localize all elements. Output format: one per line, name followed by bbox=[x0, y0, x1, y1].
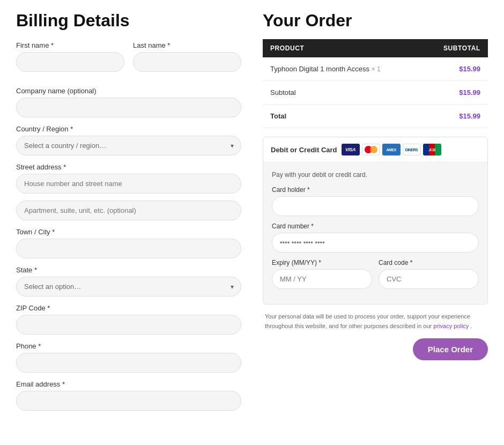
street-label: Street address * bbox=[16, 163, 241, 171]
privacy-text: Your personal data will be used to proce… bbox=[263, 312, 488, 331]
street-input[interactable] bbox=[16, 174, 241, 194]
order-title: Your Order bbox=[263, 11, 488, 31]
zip-group: ZIP Code * bbox=[16, 304, 241, 335]
phone-label: Phone * bbox=[16, 342, 241, 350]
cardnumber-input[interactable] bbox=[272, 233, 479, 253]
email-label: Email address * bbox=[16, 380, 241, 388]
expiry-group: Expiry (MM/YY) * bbox=[272, 259, 372, 289]
apt-input[interactable] bbox=[16, 201, 241, 220]
diners-icon: DINERS bbox=[403, 144, 421, 155]
last-name-label: Last name * bbox=[133, 41, 241, 49]
subtotal-row: Subtotal $15.99 bbox=[263, 81, 488, 105]
pay-note: Pay with your debit or credit card. bbox=[272, 171, 479, 179]
phone-group: Phone * bbox=[16, 342, 241, 373]
cvc-label: Card code * bbox=[379, 259, 479, 266]
col-subtotal: SUBTOTAL bbox=[422, 39, 488, 57]
zip-input[interactable] bbox=[16, 315, 241, 335]
jcb-icon: JCB bbox=[423, 144, 441, 155]
order-section: Your Order PRODUCT SUBTOTAL Typhoon Digi… bbox=[263, 11, 488, 418]
product-qty: × 1 bbox=[372, 65, 381, 73]
privacy-policy-link[interactable]: privacy policy bbox=[433, 323, 469, 329]
state-group: State * Select an option… bbox=[16, 266, 241, 296]
place-order-button[interactable]: Place Order bbox=[413, 338, 488, 360]
cardholder-group: Card holder * bbox=[272, 186, 479, 216]
subtotal-value: $15.99 bbox=[422, 81, 488, 105]
mastercard-icon bbox=[362, 144, 380, 155]
city-group: Town / City * bbox=[16, 228, 241, 258]
last-name-input[interactable] bbox=[133, 52, 241, 72]
visa-icon: VISA bbox=[342, 144, 360, 155]
state-select[interactable]: Select an option… bbox=[16, 277, 241, 296]
email-input[interactable] bbox=[16, 391, 241, 411]
city-input[interactable] bbox=[16, 239, 241, 258]
cvc-group: Card code * bbox=[379, 259, 479, 289]
order-table-header: PRODUCT SUBTOTAL bbox=[263, 39, 488, 57]
product-price: $15.99 bbox=[422, 57, 488, 81]
table-row: Typhoon Digital 1 month Access × 1 $15.9… bbox=[263, 57, 488, 81]
company-input[interactable] bbox=[16, 98, 241, 117]
payment-card: Debit or Credit Card VISA AMEX DINERS JC… bbox=[263, 137, 488, 305]
expiry-input[interactable] bbox=[272, 269, 372, 289]
billing-section: Billing Details First name * Last name *… bbox=[16, 11, 241, 418]
company-label: Company name (optional) bbox=[16, 87, 241, 95]
total-value: $15.99 bbox=[422, 105, 488, 128]
card-icons: VISA AMEX DINERS JCB bbox=[342, 144, 441, 155]
total-label: Total bbox=[263, 105, 422, 128]
cardnumber-label: Card number * bbox=[272, 222, 479, 230]
payment-header: Debit or Credit Card VISA AMEX DINERS JC… bbox=[263, 137, 487, 162]
subtotal-label: Subtotal bbox=[263, 81, 422, 105]
company-group: Company name (optional) bbox=[16, 87, 241, 117]
zip-label: ZIP Code * bbox=[16, 304, 241, 312]
expiry-cvc-row: Expiry (MM/YY) * Card code * bbox=[272, 259, 479, 295]
country-select[interactable]: Select a country / region… bbox=[16, 136, 241, 155]
col-product: PRODUCT bbox=[263, 39, 422, 57]
payment-body: Pay with your debit or credit card. Card… bbox=[263, 162, 487, 304]
first-name-input[interactable] bbox=[16, 52, 124, 72]
cardholder-label: Card holder * bbox=[272, 186, 479, 194]
email-group: Email address * bbox=[16, 380, 241, 411]
country-label: Country / Region * bbox=[16, 125, 241, 133]
country-select-wrapper: Select a country / region… bbox=[16, 136, 241, 155]
order-table: PRODUCT SUBTOTAL Typhoon Digital 1 month… bbox=[263, 39, 488, 128]
billing-title: Billing Details bbox=[16, 11, 241, 31]
state-select-wrapper: Select an option… bbox=[16, 277, 241, 296]
last-name-group: Last name * bbox=[133, 41, 241, 72]
first-name-label: First name * bbox=[16, 41, 124, 49]
first-name-group: First name * bbox=[16, 41, 124, 72]
cvc-input[interactable] bbox=[379, 269, 479, 289]
country-group: Country / Region * Select a country / re… bbox=[16, 125, 241, 155]
expiry-label: Expiry (MM/YY) * bbox=[272, 259, 372, 266]
phone-input[interactable] bbox=[16, 353, 241, 373]
amex-icon: AMEX bbox=[382, 144, 401, 155]
cardholder-input[interactable] bbox=[272, 196, 479, 216]
state-label: State * bbox=[16, 266, 241, 274]
street-group: Street address * bbox=[16, 163, 241, 220]
cardnumber-group: Card number * bbox=[272, 222, 479, 253]
product-name: Typhoon Digital 1 month Access × 1 bbox=[263, 57, 422, 81]
city-label: Town / City * bbox=[16, 228, 241, 236]
total-row: Total $15.99 bbox=[263, 105, 488, 128]
payment-label: Debit or Credit Card bbox=[271, 146, 337, 154]
